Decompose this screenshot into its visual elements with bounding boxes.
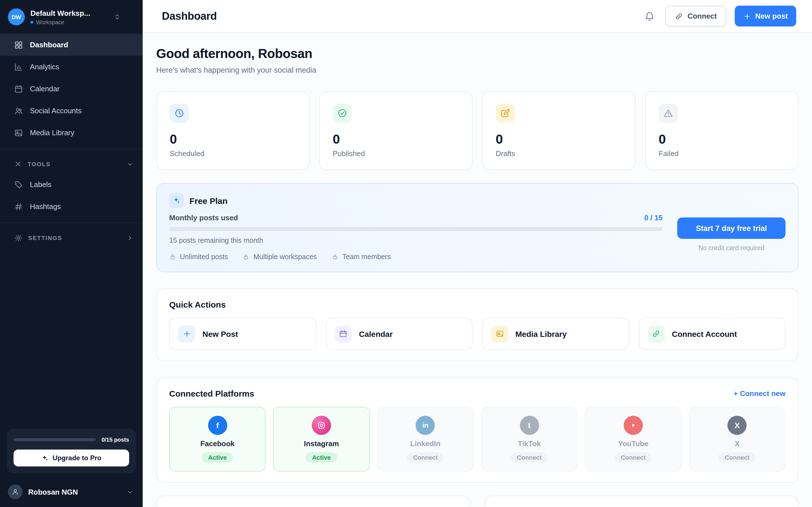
gear-icon bbox=[14, 233, 22, 242]
plan-feature: Multiple workspaces bbox=[243, 253, 317, 261]
sidebar-item-label: Dashboard bbox=[30, 41, 68, 49]
connected-platforms-card: Connected Platforms + Connect new f Face… bbox=[156, 378, 799, 483]
connect-badge[interactable]: Connect bbox=[511, 452, 548, 462]
quick-actions-card: Quick Actions New Post Calendar bbox=[156, 288, 799, 361]
user-menu[interactable]: Robosan NGN bbox=[0, 479, 143, 507]
sidebar-item-hashtags[interactable]: Hashtags bbox=[0, 195, 143, 217]
chevron-down-icon bbox=[126, 488, 134, 496]
recently-published-card: Recently Published 0 this month bbox=[485, 496, 799, 507]
notifications-button[interactable] bbox=[642, 9, 657, 23]
free-plan-banner: Free Plan Monthly posts used 0 / 15 15 p… bbox=[156, 183, 799, 272]
quick-action-label: New Post bbox=[202, 329, 238, 338]
start-trial-button[interactable]: Start 7 day free trial bbox=[677, 217, 785, 239]
workspace-switcher[interactable]: DW Default Worksp... Workspace bbox=[0, 0, 143, 33]
dashboard-content: Good afternoon, Robosan Here’s what’s ha… bbox=[143, 33, 812, 507]
sidebar-item-label: Calendar bbox=[30, 84, 60, 93]
sidebar-item-media-library[interactable]: Media Library bbox=[0, 122, 143, 144]
quick-action-connect-account[interactable]: Connect Account bbox=[639, 318, 785, 350]
connect-badge[interactable]: Connect bbox=[615, 452, 652, 462]
workspace-avatar: DW bbox=[8, 8, 25, 25]
plan-features: Unlimited posts Multiple workspaces Team… bbox=[169, 253, 663, 261]
quick-action-media-library[interactable]: Media Library bbox=[482, 318, 629, 350]
platform-name: X bbox=[735, 439, 740, 448]
plan-feature-label: Multiple workspaces bbox=[253, 253, 317, 261]
tools-icon bbox=[14, 160, 22, 168]
platform-tile-x[interactable]: X X Connect bbox=[689, 407, 785, 471]
workspace-type-label: Workspace bbox=[36, 19, 64, 25]
linkedin-icon: in bbox=[416, 416, 435, 435]
plan-name: Free Plan bbox=[190, 196, 227, 205]
sidebar-divider bbox=[0, 223, 143, 223]
stat-label: Published bbox=[333, 149, 459, 158]
greeting-title: Good afternoon, Robosan bbox=[156, 46, 799, 61]
platform-tile-facebook[interactable]: f Facebook Active bbox=[169, 407, 266, 471]
tag-icon bbox=[14, 180, 23, 189]
bell-icon bbox=[645, 11, 655, 21]
sidebar-item-labels[interactable]: Labels bbox=[0, 173, 143, 195]
sidebar-item-social-accounts[interactable]: Social Accounts bbox=[0, 100, 143, 122]
plan-usage-row: Monthly posts used 0 / 15 bbox=[169, 214, 663, 222]
plan-feature: Team members bbox=[332, 253, 391, 261]
connect-new-link[interactable]: + Connect new bbox=[733, 389, 785, 398]
platforms-grid: f Facebook Active Instagram Active in Li… bbox=[169, 407, 785, 471]
quick-action-new-post[interactable]: New Post bbox=[169, 318, 316, 350]
chevron-right-icon bbox=[126, 234, 134, 241]
connected-platforms-header: Connected Platforms + Connect new bbox=[169, 389, 785, 398]
topbar-actions: Connect New post bbox=[642, 6, 796, 26]
settings-section-toggle[interactable]: SETTINGS bbox=[0, 228, 143, 247]
stat-card-scheduled: 0 Scheduled bbox=[156, 91, 310, 170]
edit-icon bbox=[496, 104, 515, 123]
posts-usage-row: 0/15 posts bbox=[13, 437, 129, 443]
connect-button[interactable]: Connect bbox=[665, 6, 726, 26]
connected-platforms-title: Connected Platforms bbox=[169, 389, 254, 398]
sidebar-item-dashboard[interactable]: Dashboard bbox=[0, 34, 143, 56]
connect-badge[interactable]: Connect bbox=[407, 452, 444, 462]
connect-badge[interactable]: Connect bbox=[719, 452, 756, 462]
users-icon bbox=[14, 106, 23, 115]
quick-action-label: Connect Account bbox=[672, 329, 737, 338]
sidebar-nav: Dashboard Analytics Calendar Social Acco… bbox=[0, 34, 143, 144]
platform-tile-linkedin[interactable]: in LinkedIn Connect bbox=[377, 407, 474, 471]
sidebar-item-label: Labels bbox=[30, 180, 52, 189]
calendar-icon bbox=[335, 325, 352, 342]
stat-card-drafts: 0 Drafts bbox=[482, 91, 636, 170]
platform-name: TikTok bbox=[518, 439, 541, 448]
lock-icon bbox=[169, 253, 176, 260]
quick-action-calendar[interactable]: Calendar bbox=[326, 318, 472, 350]
platform-tile-youtube[interactable]: YouTube Connect bbox=[585, 407, 682, 471]
stat-card-published: 0 Published bbox=[319, 91, 472, 170]
topbar: Dashboard Connect New post bbox=[143, 0, 812, 33]
new-post-button[interactable]: New post bbox=[735, 6, 796, 26]
sparkles-icon bbox=[41, 454, 49, 462]
plan-feature: Unlimited posts bbox=[169, 253, 228, 261]
plan-feature-label: Team members bbox=[342, 253, 391, 261]
status-badge: Active bbox=[306, 452, 337, 462]
plan-progress-bar bbox=[169, 227, 663, 231]
quick-action-label: Media Library bbox=[515, 329, 567, 338]
link-icon bbox=[648, 325, 665, 342]
stat-label: Failed bbox=[659, 149, 785, 158]
tools-section-toggle[interactable]: TOOLS bbox=[0, 154, 143, 173]
platform-tile-instagram[interactable]: Instagram Active bbox=[273, 407, 370, 471]
sidebar-item-calendar[interactable]: Calendar bbox=[0, 78, 143, 100]
workspace-type: Workspace bbox=[31, 19, 108, 25]
bar-chart-icon bbox=[14, 62, 23, 71]
stat-label: Scheduled bbox=[170, 149, 296, 158]
usage-upgrade-card: 0/15 posts Upgrade to Pro bbox=[7, 429, 136, 473]
x-icon: X bbox=[728, 416, 747, 435]
greeting-subtitle: Here’s what’s happening with your social… bbox=[156, 66, 799, 74]
stat-value: 0 bbox=[170, 132, 296, 147]
sidebar-divider bbox=[0, 149, 143, 149]
chevron-updown-icon bbox=[113, 13, 121, 21]
quick-actions-grid: New Post Calendar Media Library bbox=[169, 318, 785, 350]
plan-body: Monthly posts used 0 / 15 15 posts remai… bbox=[169, 214, 785, 261]
clock-icon bbox=[170, 104, 189, 123]
platform-tile-tiktok[interactable]: t TikTok Connect bbox=[481, 407, 578, 471]
plan-usage-section: Monthly posts used 0 / 15 15 posts remai… bbox=[169, 214, 663, 261]
upgrade-to-pro-button[interactable]: Upgrade to Pro bbox=[13, 450, 129, 466]
plus-icon bbox=[743, 12, 751, 20]
sidebar-item-analytics[interactable]: Analytics bbox=[0, 56, 143, 78]
status-badge: Active bbox=[202, 452, 233, 462]
hash-icon bbox=[14, 202, 23, 211]
stat-label: Drafts bbox=[496, 149, 622, 158]
